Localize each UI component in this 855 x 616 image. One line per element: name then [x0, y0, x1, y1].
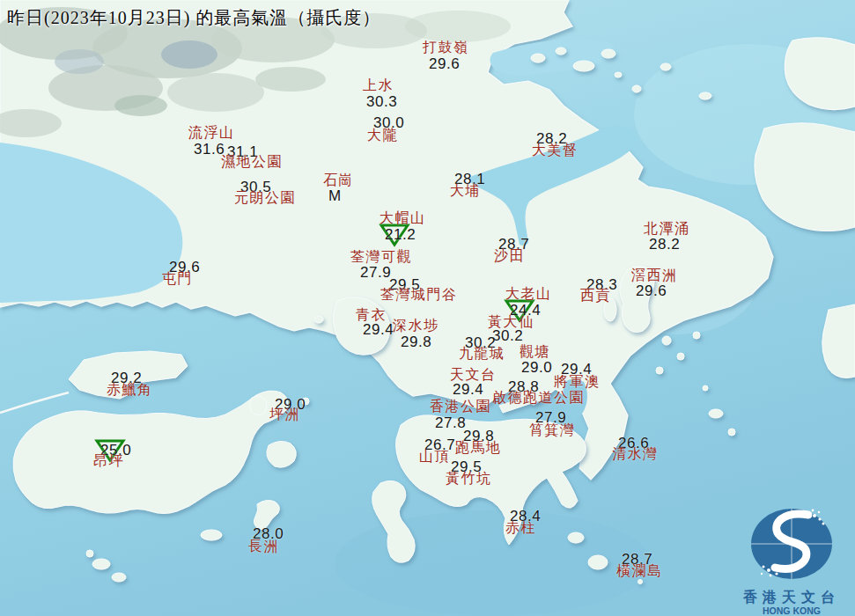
station-value: 27.8	[435, 415, 466, 430]
station-name: 赤柱	[505, 521, 536, 535]
station-name: 山頂	[419, 450, 450, 464]
station-name: 深水埗	[393, 319, 439, 333]
station-name: 大埔	[450, 184, 481, 198]
station-name: 大老山	[505, 287, 552, 301]
hei-ling-chau-island	[267, 441, 296, 467]
station-value: 29.4	[453, 382, 483, 397]
temperature-map: 昨日(2023年10月23日) 的最高氣溫（攝氏度） 29.6打鼓嶺30.3上水…	[0, 0, 855, 616]
hko-logo: 香港天文台 HONG KONG OBSERVATORY	[729, 503, 854, 616]
station-name: 黃大仙	[488, 315, 534, 329]
station-value: 21.2	[385, 227, 416, 242]
shek-kwu-chau-island	[201, 530, 222, 540]
ma-wan-island	[314, 316, 323, 323]
station-value: 29.8	[401, 334, 431, 349]
station-name: 長洲	[248, 539, 279, 554]
station-name: 香港公園	[430, 400, 491, 414]
station-name: 天文台	[450, 368, 497, 382]
station-name: 大隴	[367, 128, 398, 143]
station-name: 上水	[363, 78, 394, 92]
station-name: 赤鱲角	[107, 383, 153, 397]
station-value: 29.4	[363, 322, 394, 337]
station-name: 黃竹坑	[446, 472, 492, 486]
station-value: 27.9	[360, 265, 391, 280]
po-toi-islands	[568, 532, 584, 543]
station-value: 28.2	[649, 237, 680, 252]
hong-kong-map	[0, 0, 855, 616]
soko-islands	[92, 559, 110, 569]
station-name: 元朗公園	[234, 191, 296, 205]
station-name: 青衣	[356, 308, 387, 322]
station-value: 29.6	[636, 283, 667, 298]
station-name: 沙田	[494, 249, 525, 263]
hko-logo-mark	[734, 503, 849, 586]
station-value: 30.3	[366, 94, 397, 109]
station-value: M	[328, 188, 342, 203]
hko-logo-name-cn: 香港天文台	[729, 590, 854, 605]
peng-chau-island	[250, 396, 267, 414]
station-name: 大帽山	[380, 211, 426, 225]
station-name: 筲箕灣	[529, 423, 576, 437]
hko-logo-name-en: HONG KONG OBSERVATORY	[729, 605, 854, 616]
station-name: 打鼓嶺	[423, 40, 469, 55]
station-name: 荃灣可觀	[350, 250, 412, 264]
page-title: 昨日(2023年10月23日) 的最高氣溫（攝氏度）	[7, 6, 380, 30]
station-name: 西貢	[580, 289, 611, 303]
station-name: 屯門	[162, 272, 193, 286]
station-name: 將軍澳	[554, 375, 601, 389]
station-value: 31.6	[194, 142, 225, 157]
station-name: 坪洲	[269, 407, 300, 422]
station-name: 荃灣城門谷	[380, 288, 458, 302]
station-name: 跑馬地	[455, 441, 502, 455]
station-name: 清水灣	[612, 447, 659, 461]
station-value: 29.0	[521, 360, 552, 375]
station-value: 29.6	[429, 56, 460, 71]
station-name: 滘西洲	[631, 268, 678, 282]
station-name: 北潭涌	[644, 222, 690, 236]
station-name: 啟德跑道公園	[492, 391, 585, 405]
station-name: 觀塘	[520, 345, 550, 359]
station-name: 濕地公園	[221, 155, 283, 169]
station-name: 流浮山	[188, 126, 235, 140]
station-name: 昂坪	[93, 454, 124, 468]
station-name: 大美督	[532, 143, 579, 158]
station-name: 九龍城	[459, 347, 505, 361]
station-name: 橫瀾島	[616, 564, 663, 578]
station-value: 30.2	[492, 328, 523, 343]
station-name: 石崗	[323, 173, 354, 187]
